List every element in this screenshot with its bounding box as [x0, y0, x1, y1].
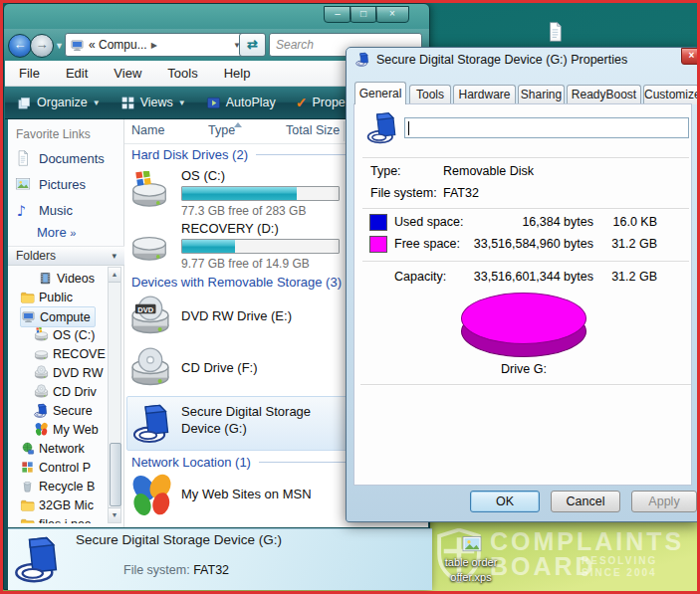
sidebar-more-link[interactable]: More » — [37, 225, 76, 240]
menu-tools[interactable]: Tools — [167, 66, 197, 81]
column-separator[interactable] — [344, 121, 345, 141]
cancel-button[interactable]: Cancel — [551, 491, 620, 512]
tree-item-videos[interactable]: Videos — [38, 269, 95, 288]
tree-label: OS (C:) — [53, 328, 95, 342]
msn-butterfly-icon[interactable] — [127, 472, 175, 519]
favorite-links-title: Favorite Links — [16, 127, 91, 141]
address-bar[interactable]: « Compu... ▶ ▼ — [65, 33, 246, 57]
menu-view[interactable]: View — [114, 66, 141, 81]
recent-pages-chevron-icon[interactable]: ▼ — [55, 41, 64, 51]
column-name[interactable]: Name — [131, 123, 164, 137]
minimize-button[interactable]: – — [324, 6, 351, 23]
autoplay-icon — [206, 96, 221, 110]
organize-icon — [17, 96, 32, 110]
sd-card-name[interactable]: Secure Digital Storage Device (G:) — [181, 403, 343, 437]
dvd-drive-name[interactable]: DVD RW Drive (E:) — [181, 308, 292, 323]
sidebar-item-music[interactable]: Music — [14, 201, 73, 219]
sidebar-item-label: Documents — [39, 151, 105, 166]
free-space-size: 31.2 GB — [605, 237, 657, 251]
tree-label: Network — [39, 442, 85, 456]
tab-general[interactable]: General — [354, 82, 406, 104]
tree-item-recycle-bin[interactable]: Recycle B — [20, 477, 95, 495]
sd-card-icon — [366, 107, 400, 147]
menu-help[interactable]: Help — [224, 66, 251, 81]
menu-edit[interactable]: Edit — [66, 66, 88, 81]
back-button[interactable]: ← — [8, 34, 32, 58]
recovery-drive-icon[interactable] — [128, 225, 170, 265]
tree-item-control-panel[interactable]: Control P — [20, 458, 91, 477]
properties-check-icon: ✓ — [296, 95, 308, 110]
maximize-button[interactable]: □ — [350, 6, 377, 23]
drive-icon — [34, 346, 49, 361]
tab-sharing[interactable]: Sharing — [518, 85, 565, 104]
details-file-system: File system: FAT32 — [123, 563, 229, 577]
dvd-drive-icon — [34, 365, 49, 380]
sd-card-icon[interactable] — [132, 399, 174, 447]
dialog-close-button[interactable]: × — [681, 48, 700, 65]
sort-ascending-icon — [234, 122, 242, 127]
tree-item-32gb[interactable]: 32GB Mic — [20, 495, 94, 514]
tree-item-dvd-rw[interactable]: DVD RW — [34, 363, 103, 382]
tree-label: CD Driv — [53, 385, 97, 399]
desktop-document-icon[interactable] — [544, 19, 567, 45]
msn-site-name[interactable]: My Web Sites on MSN — [181, 487, 312, 501]
tab-customize[interactable]: Customize — [643, 85, 699, 104]
tab-hardware[interactable]: Hardware — [453, 85, 516, 104]
organize-dropdown-icon: ▼ — [93, 99, 101, 107]
ok-button[interactable]: OK — [470, 491, 540, 512]
group-network-location[interactable]: Network Location (1) — [131, 455, 346, 470]
group-removable-storage[interactable]: Devices with Removable Storage (3) — [131, 275, 346, 290]
tree-item-recovery[interactable]: RECOVE — [34, 344, 106, 363]
tree-item-cd-drive[interactable]: CD Driv — [34, 382, 97, 401]
tree-scrollbar[interactable]: ▲ ▼ — [108, 267, 121, 523]
tree-item-os-c[interactable]: OS (C:) — [34, 325, 95, 344]
os-drive-name[interactable]: OS (C:) — [181, 168, 225, 183]
tab-tools[interactable]: Tools — [409, 85, 451, 104]
group-title: Hard Disk Drives (2) — [131, 147, 248, 162]
tree-item-secure-digital[interactable]: Secure — [34, 401, 93, 420]
watermark-sub1: RESOLVING — [582, 555, 657, 566]
type-value: Removable Disk — [443, 164, 534, 178]
separator — [362, 157, 689, 159]
recovery-drive-name[interactable]: RECOVERY (D:) — [181, 221, 279, 236]
cd-drive-icon[interactable] — [127, 346, 173, 390]
tree-item-my-web[interactable]: My Web — [34, 420, 99, 439]
folders-bar[interactable]: Folders ▾ — [8, 246, 124, 266]
more-label: More — [37, 225, 67, 240]
column-total-size[interactable]: Total Size — [286, 123, 340, 137]
organize-button[interactable]: Organize▼ — [17, 96, 101, 110]
refresh-button[interactable]: ⇄ — [239, 33, 266, 57]
sidebar-item-documents[interactable]: Documents — [14, 149, 105, 167]
views-button[interactable]: Views▼ — [120, 96, 186, 110]
autoplay-button[interactable]: AutoPlay — [206, 96, 276, 110]
dvd-drive-icon[interactable] — [127, 295, 173, 338]
close-button[interactable]: × — [375, 6, 409, 23]
tree-item-files[interactable]: files i nee — [20, 514, 92, 523]
apply-button[interactable]: Apply — [631, 491, 697, 512]
sd-card-icon — [14, 531, 64, 586]
scroll-up-icon[interactable]: ▲ — [109, 268, 120, 283]
forward-button[interactable]: → — [30, 34, 54, 58]
column-type[interactable]: Type — [208, 123, 235, 137]
menu-file[interactable]: File — [19, 66, 40, 81]
os-drive-icon[interactable] — [128, 171, 170, 211]
os-free-space: 77.3 GB free of 283 GB — [181, 204, 306, 218]
drive-name-input[interactable] — [404, 117, 689, 138]
tree-label: Control P — [39, 461, 91, 475]
scrollbar-thumb[interactable] — [110, 443, 121, 506]
sd-card-icon — [34, 403, 49, 418]
tree-label: 32GB Mic — [39, 498, 94, 512]
breadcrumb-arrow-icon[interactable]: ▶ — [151, 41, 157, 50]
tree-item-computer[interactable]: Compute — [20, 306, 96, 327]
tree-item-network[interactable]: Network — [20, 439, 85, 458]
tab-readyboost[interactable]: ReadyBoost — [567, 85, 641, 104]
scroll-down-icon[interactable]: ▼ — [109, 507, 120, 522]
folder-icon — [20, 290, 35, 304]
cd-drive-name[interactable]: CD Drive (F:) — [181, 360, 258, 375]
capacity-bytes: 33,516,601,344 bytes — [438, 270, 593, 284]
tree-item-public[interactable]: Public — [20, 288, 73, 306]
desktop-xps-file[interactable]: table order offer.xps — [442, 532, 500, 590]
sidebar-item-pictures[interactable]: Pictures — [14, 175, 86, 193]
group-hard-disk-drives[interactable]: Hard Disk Drives (2) — [131, 147, 346, 162]
screenshot-root: COMPLAINTS BOARD RESOLVING SINCE 2004 ta… — [0, 0, 700, 594]
